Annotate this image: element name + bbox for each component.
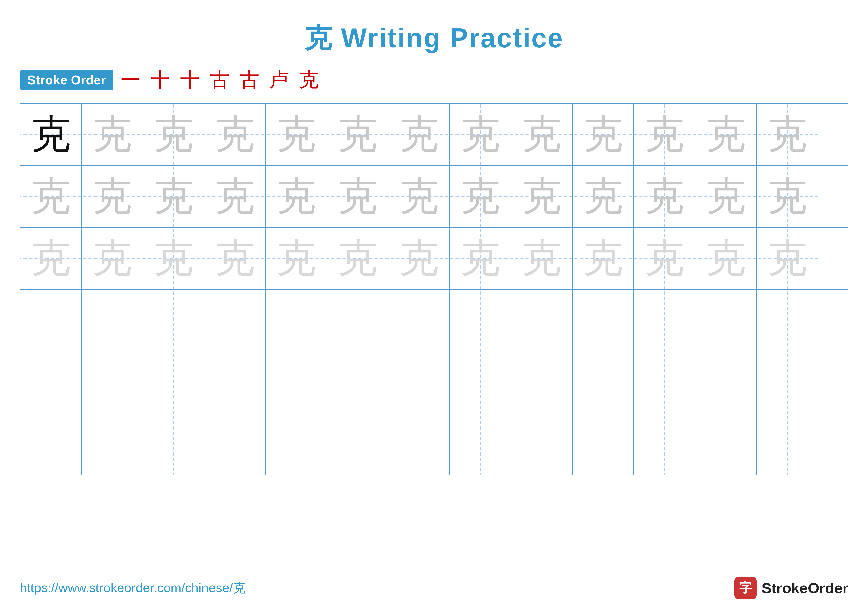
- footer-logo: 字 StrokeOrder: [735, 577, 848, 599]
- grid-cell-r4-c9: [511, 289, 573, 351]
- grid-cell-r4-c5: [266, 289, 327, 351]
- grid-cell-r1-c11: 克: [634, 104, 695, 165]
- grid-cell-r2-c9: 克: [511, 166, 573, 227]
- stroke-6: 卢: [269, 67, 289, 93]
- grid-cell-r5-c1: [20, 351, 82, 413]
- grid-cell-r3-c6: 克: [327, 228, 389, 289]
- grid-cell-r4-c7: [389, 289, 450, 351]
- title-text: Writing Practice: [333, 23, 564, 53]
- stroke-2: 十: [150, 67, 170, 93]
- grid-cell-r1-c2: 克: [82, 104, 143, 165]
- grid-cell-r1-c7: 克: [389, 104, 450, 165]
- grid-cell-r3-c1: 克: [20, 228, 82, 289]
- grid-cell-r6-c2: [82, 413, 143, 475]
- logo-icon: 字: [735, 577, 756, 599]
- grid-cell-r3-c7: 克: [389, 228, 450, 289]
- grid-cell-r6-c13: [756, 413, 818, 475]
- grid-cell-r1-c8: 克: [450, 104, 511, 165]
- grid-cell-r4-c4: [205, 289, 266, 351]
- grid-cell-r6-c9: [511, 413, 573, 475]
- grid-cell-r6-c10: [573, 413, 634, 475]
- grid-row-6: [20, 413, 848, 475]
- grid-cell-r4-c6: [327, 289, 389, 351]
- grid-cell-r4-c1: [20, 289, 82, 351]
- stroke-3: 十: [180, 67, 200, 93]
- grid-cell-r6-c3: [143, 413, 205, 475]
- stroke-4: 古: [210, 67, 229, 93]
- grid-cell-r6-c6: [327, 413, 389, 475]
- grid-cell-r3-c8: 克: [450, 228, 511, 289]
- grid-cell-r2-c5: 克: [266, 166, 327, 227]
- grid-cell-r2-c1: 克: [20, 166, 82, 227]
- grid-cell-r5-c13: [756, 351, 818, 413]
- char-display: 克: [31, 108, 71, 161]
- practice-grid: 克 克 克 克 克 克 克 克 克 克 克 克 克 克 克 克 克 克 克 克 …: [20, 103, 848, 475]
- grid-cell-r5-c2: [82, 351, 143, 413]
- grid-cell-r5-c6: [327, 351, 389, 413]
- grid-cell-r6-c12: [695, 413, 756, 475]
- grid-cell-r1-c9: 克: [511, 104, 573, 165]
- grid-cell-r5-c3: [143, 351, 205, 413]
- grid-cell-r3-c12: 克: [695, 228, 756, 289]
- grid-cell-r5-c9: [511, 351, 573, 413]
- grid-row-2: 克 克 克 克 克 克 克 克 克 克 克 克 克: [20, 166, 848, 228]
- grid-cell-r1-c5: 克: [266, 104, 327, 165]
- grid-cell-r4-c2: [82, 289, 143, 351]
- footer: https://www.strokeorder.com/chinese/克 字 …: [20, 577, 848, 599]
- grid-cell-r1-c4: 克: [205, 104, 266, 165]
- grid-cell-r1-c12: 克: [695, 104, 756, 165]
- stroke-sequence: 一 十 十 古 古 卢 克: [121, 67, 319, 93]
- grid-cell-r3-c5: 克: [266, 228, 327, 289]
- grid-row-1: 克 克 克 克 克 克 克 克 克 克 克 克 克: [20, 104, 848, 166]
- grid-cell-r6-c1: [20, 413, 82, 475]
- grid-cell-r3-c4: 克: [205, 228, 266, 289]
- grid-cell-r2-c3: 克: [143, 166, 205, 227]
- grid-cell-r3-c10: 克: [573, 228, 634, 289]
- page-title: 克 Writing Practice: [0, 0, 868, 57]
- grid-cell-r2-c12: 克: [695, 166, 756, 227]
- grid-cell-r3-c3: 克: [143, 228, 205, 289]
- grid-cell-r6-c11: [634, 413, 695, 475]
- stroke-order-row: Stroke Order 一 十 十 古 古 卢 克: [0, 57, 868, 103]
- grid-cell-r5-c8: [450, 351, 511, 413]
- grid-cell-r2-c4: 克: [205, 166, 266, 227]
- grid-cell-r6-c8: [450, 413, 511, 475]
- grid-cell-r1-c6: 克: [327, 104, 389, 165]
- grid-cell-r5-c7: [389, 351, 450, 413]
- grid-cell-r4-c10: [573, 289, 634, 351]
- grid-cell-r2-c13: 克: [756, 166, 818, 227]
- grid-cell-r4-c11: [634, 289, 695, 351]
- grid-cell-r5-c10: [573, 351, 634, 413]
- grid-cell-r6-c7: [389, 413, 450, 475]
- grid-cell-r3-c13: 克: [756, 228, 818, 289]
- grid-cell-r5-c5: [266, 351, 327, 413]
- grid-cell-r3-c2: 克: [82, 228, 143, 289]
- grid-cell-r1-c10: 克: [573, 104, 634, 165]
- grid-cell-r1-c3: 克: [143, 104, 205, 165]
- grid-cell-r6-c4: [205, 413, 266, 475]
- grid-cell-r5-c12: [695, 351, 756, 413]
- grid-cell-r4-c13: [756, 289, 818, 351]
- stroke-7: 克: [299, 67, 319, 93]
- grid-cell-r2-c8: 克: [450, 166, 511, 227]
- stroke-order-badge: Stroke Order: [20, 70, 113, 90]
- grid-cell-r3-c11: 克: [634, 228, 695, 289]
- grid-cell-r4-c8: [450, 289, 511, 351]
- title-char: 克: [304, 23, 333, 53]
- logo-char: 字: [739, 579, 752, 597]
- logo-text: StrokeOrder: [762, 580, 848, 597]
- grid-cell-r2-c2: 克: [82, 166, 143, 227]
- grid-cell-r2-c6: 克: [327, 166, 389, 227]
- grid-cell-r1-c1: 克: [20, 104, 82, 165]
- grid-cell-r2-c11: 克: [634, 166, 695, 227]
- grid-cell-r3-c9: 克: [511, 228, 573, 289]
- stroke-1: 一: [121, 67, 141, 93]
- grid-cell-r1-c13: 克: [756, 104, 818, 165]
- grid-row-4: [20, 289, 848, 351]
- grid-row-5: [20, 351, 848, 413]
- grid-cell-r6-c5: [266, 413, 327, 475]
- footer-url: https://www.strokeorder.com/chinese/克: [20, 579, 246, 597]
- grid-cell-r4-c12: [695, 289, 756, 351]
- stroke-5: 古: [240, 67, 259, 93]
- grid-cell-r5-c4: [205, 351, 266, 413]
